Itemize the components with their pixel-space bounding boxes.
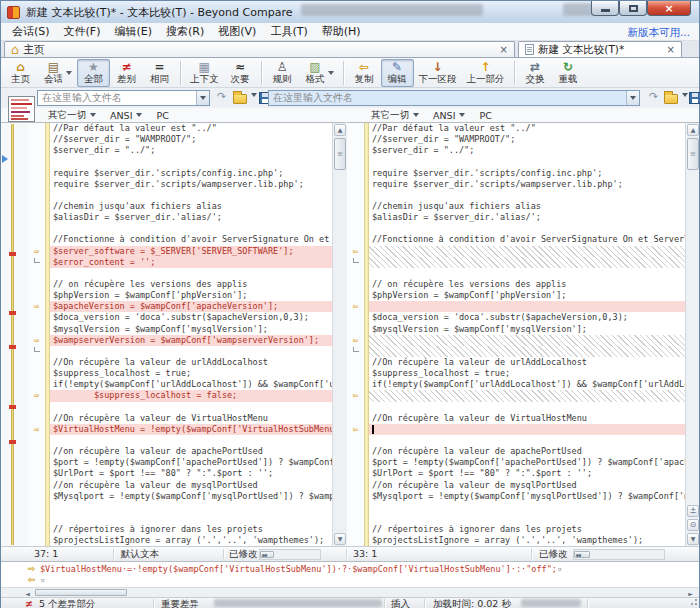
code-line[interactable]: require $server_dir.'scripts/wampserver.…	[347, 179, 699, 190]
diff-section-arrow-icon[interactable]: ⇨	[28, 424, 45, 435]
toolbar-reload-button[interactable]: ↻重载	[552, 59, 585, 87]
code-line[interactable]: ⇨$wampserverVersion = $wampConf['wampser…	[28, 335, 345, 346]
scrollbar-thumb[interactable]: ≡	[687, 138, 699, 170]
right-browse-folder-icon[interactable]	[664, 94, 678, 104]
encoding-option[interactable]: PC	[156, 110, 168, 121]
code-line[interactable]: $server_dir = "../";	[28, 145, 345, 156]
left-arrow-icon[interactable]: ⇦	[23, 575, 40, 585]
code-line[interactable]: $Mysqlport = !empty($wampConf['mysqlPort…	[28, 491, 345, 502]
detail-horizontal-scrollbar[interactable]: ◄ ►	[1, 587, 699, 597]
code-line[interactable]: $phpVersion = $wampConf['phpVersion'];	[28, 290, 345, 301]
code-line[interactable]: //On récupère la valeur de urlAddLocalho…	[347, 357, 699, 368]
code-line[interactable]: ⇨$server_software = $_SERVER['SERVER_SOF…	[28, 246, 345, 257]
diff-section-arrow-icon[interactable]: ⇨	[28, 335, 45, 346]
left-browse-folder-icon[interactable]	[233, 94, 247, 104]
scrollbar-thumb[interactable]	[35, 589, 127, 596]
code-line[interactable]: $phpVersion = $wampConf['phpVersion'];	[347, 290, 699, 301]
code-line[interactable]: //on récupère la valeur de apachePortUse…	[28, 446, 345, 457]
code-line[interactable]: // répertoires à ignorer dans les projet…	[347, 524, 699, 535]
chevron-down-icon[interactable]	[459, 113, 465, 117]
code-line[interactable]: if(!empty($wampConf['urlAddLocalhost']) …	[28, 379, 345, 390]
code-line[interactable]	[347, 346, 699, 357]
encoding-option[interactable]: ANSI	[110, 110, 142, 121]
toolbar-swap-button[interactable]: ⇄交换	[519, 59, 552, 87]
menu-item[interactable]: 视图(V)	[211, 23, 263, 40]
toolbar-home-button[interactable]: ⌂主页	[4, 59, 37, 87]
code-line[interactable]: $doca_version = 'doca'.substr($apacheVer…	[28, 312, 345, 323]
left-swap-sides-icon[interactable]: ↷	[217, 91, 226, 102]
code-line[interactable]: $aliasDir = $server_dir.'alias/';	[347, 212, 699, 223]
code-line[interactable]: $port = !empty($wampConf['apachePortUsed…	[28, 457, 345, 468]
code-line[interactable]	[28, 223, 345, 234]
code-line[interactable]: if(!empty($wampConf['urlAddLocalhost']) …	[347, 379, 699, 390]
code-line[interactable]: ⇦	[347, 424, 699, 435]
code-line[interactable]: ⇨$VirtualHostMenu = !empty($wampConf['Vi…	[28, 424, 345, 435]
diff-section-arrow-icon[interactable]: ⇨	[28, 301, 45, 312]
scroll-right-icon[interactable]: ►	[260, 548, 269, 562]
code-line[interactable]	[347, 223, 699, 234]
chevron-down-icon[interactable]	[328, 71, 334, 75]
chevron-down-icon[interactable]	[626, 91, 639, 105]
diff-section-arrow-icon[interactable]: ⇦	[347, 335, 364, 346]
code-line[interactable]: $port = !empty($wampConf['apachePortUsed…	[347, 457, 699, 468]
scroll-right-icon[interactable]: ►	[574, 548, 583, 562]
right-filename-combo[interactable]: 在这里输入文件名	[268, 90, 640, 106]
code-line[interactable]	[28, 190, 345, 201]
code-line[interactable]	[347, 156, 699, 167]
menu-item[interactable]: 会话(S)	[5, 23, 57, 40]
code-line[interactable]: //on récupère la valeur de apachePortUse…	[347, 446, 699, 457]
diff-section-arrow-icon[interactable]: ⇦	[347, 424, 364, 435]
code-line[interactable]	[347, 190, 699, 201]
code-line[interactable]: //Par défaut la valeur est "../"	[347, 123, 699, 134]
update-available-link[interactable]: 新版本可用...	[627, 26, 690, 40]
code-line[interactable]: //On récupère la valeur de VirtualHostMe…	[28, 413, 345, 424]
chevron-down-icon[interactable]	[413, 113, 419, 117]
code-line[interactable]: //chemin jusqu'aux fichiers alias	[347, 201, 699, 212]
code-line[interactable]: $mysqlVersion = $wampConf['mysqlVersion'…	[28, 324, 345, 335]
toolbar-next-section-button[interactable]: ↓下一区段	[414, 59, 462, 87]
code-line[interactable]: $projectsListIgnore = array ('.','..', '…	[347, 535, 699, 546]
code-line[interactable]: require $server_dir.'scripts/config.inc.…	[28, 168, 345, 179]
code-line[interactable]: $UrlPort = $port !== "80" ? ":".$port : …	[347, 468, 699, 479]
code-line[interactable]: $server_dir = "../";	[347, 145, 699, 156]
toolbar-show-differences-button[interactable]: ≠差别	[110, 59, 143, 87]
left-filename-combo[interactable]: 在这里输入文件名	[37, 90, 210, 106]
code-line[interactable]: //$server_dir = "WAMPROOT/";	[28, 134, 345, 145]
code-line[interactable]: $aliasDir = $server_dir.'alias/';	[28, 212, 345, 223]
code-line[interactable]: //on récupère la valeur de mysqlPortUsed	[28, 480, 345, 491]
code-line[interactable]: //on récupère la valeur de mysqlPortUsed	[347, 480, 699, 491]
chevron-down-icon[interactable]	[90, 113, 96, 117]
code-line[interactable]: // répertoires à ignorer dans les projet…	[28, 524, 345, 535]
code-line[interactable]: //chemin jusqu'aux fichiers alias	[28, 201, 345, 212]
menu-item[interactable]: 帮助(H)	[315, 23, 368, 40]
encoding-option[interactable]: 其它一切	[371, 109, 419, 122]
detail-left-line[interactable]: ⇨ $VirtualHostMenu·=·!empty($wampConf['V…	[23, 563, 699, 575]
scrollbar-thumb[interactable]: ≡	[334, 138, 346, 170]
right-save-icon[interactable]	[689, 92, 700, 104]
menu-item[interactable]: 文件(F)	[57, 23, 108, 40]
code-line[interactable]: $error_content = '';	[28, 257, 345, 268]
code-line[interactable]	[347, 402, 699, 413]
code-line[interactable]: ⇦	[347, 246, 699, 257]
code-line[interactable]	[347, 435, 699, 446]
toolbar-show-context-button[interactable]: ▦上下文	[185, 59, 224, 87]
code-line[interactable]: ⇦	[347, 390, 699, 401]
right-swap-sides-icon[interactable]: ↷	[649, 91, 658, 102]
code-line[interactable]	[347, 257, 699, 268]
menu-item[interactable]: 搜索(R)	[159, 23, 211, 40]
code-line[interactable]	[28, 513, 345, 524]
code-line[interactable]: $Mysqlport = !empty($wampConf['mysqlPort…	[347, 491, 699, 502]
toolbar-rules-button[interactable]: ♙规则	[266, 59, 299, 87]
code-line[interactable]: require $server_dir.'scripts/config.inc.…	[347, 168, 699, 179]
right-vertical-scrollbar[interactable]: ▲ ≡ ± ⊙ ▼	[685, 123, 699, 546]
code-line[interactable]	[28, 402, 345, 413]
toolbar-copy-button[interactable]: ⇦复制	[348, 59, 381, 87]
encoding-option[interactable]: ANSI	[433, 110, 465, 121]
toolbar-show-all-button[interactable]: ★全部	[77, 59, 110, 87]
diff-overview-strip[interactable]	[1, 122, 28, 546]
code-line[interactable]	[347, 502, 699, 513]
menu-item[interactable]: 编辑(E)	[108, 23, 160, 40]
code-line[interactable]: ⇨$apacheVersion = $wampConf['apacheVersi…	[28, 301, 345, 312]
diff-section-arrow-icon[interactable]: ⇨	[28, 246, 45, 257]
tab-close-icon[interactable]: ×	[667, 45, 675, 55]
